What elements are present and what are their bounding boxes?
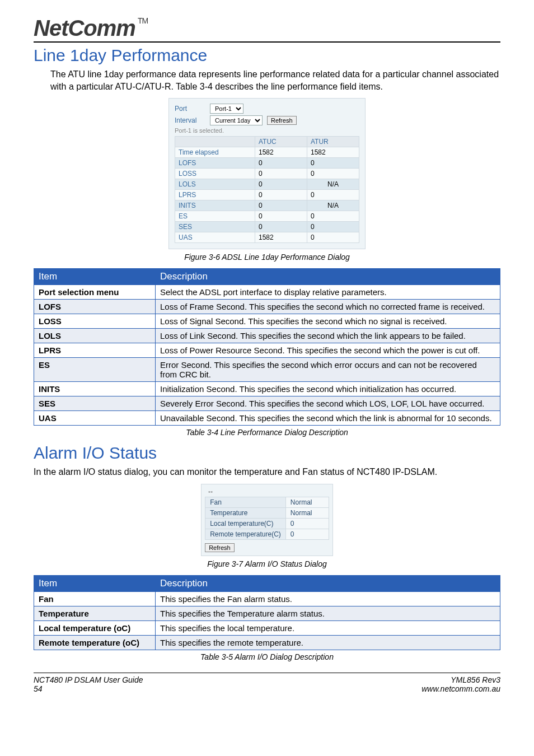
caption-figure-3-6: Figure 3-6 ADSL Line 1day Performance Di… (34, 253, 500, 262)
table1-desc: Severely Error Second. This specifies th… (156, 396, 500, 411)
alarm-row-name: Local temperature(C) (205, 518, 286, 529)
perf-row-atur: N/A (307, 200, 359, 211)
table1-item: ES (34, 358, 156, 382)
table2-desc: This specifies the local temperature. (156, 620, 500, 635)
brand-header: NetCommTM (34, 17, 500, 43)
perf-row-atur: 1582 (307, 147, 359, 158)
alarm-row-value: 0 (285, 518, 329, 529)
perf-row-name: LOFS (175, 158, 255, 169)
perf-row-name: LOLS (175, 179, 255, 190)
table-row: Local temperature (oC)This specifies the… (34, 620, 500, 635)
alarm-row: TemperatureNormal (205, 507, 329, 518)
alarm-row: FanNormal (205, 497, 329, 507)
caption-table-3-5: Table 3-5 Alarm I/O Dialog Description (34, 652, 500, 661)
section1-body: The ATU line 1day performance data repre… (50, 68, 500, 92)
perf-interval-select[interactable]: Current 1day (210, 115, 263, 125)
perf-row-name: INITS (175, 200, 255, 211)
perf-port-select[interactable]: Port-1 (210, 104, 243, 114)
perf-dialog: Port Port-1 Interval Current 1day Refres… (168, 98, 366, 249)
perf-row-name: LOSS (175, 169, 255, 179)
table-3-5: Item Description FanThis specifies the F… (34, 575, 500, 650)
table1-item: LOFS (34, 300, 156, 314)
perf-row-atuc: 1582 (255, 232, 307, 243)
perf-col-atur: ATUR (307, 137, 359, 147)
table1-item: UAS (34, 411, 156, 426)
footer-url: www.netcomm.com.au (421, 684, 500, 693)
brand-text: NetComm (34, 16, 135, 40)
table1-item: SES (34, 396, 156, 411)
table1-header-item: Item (34, 269, 156, 285)
table2-item: Temperature (34, 606, 156, 620)
alarm-resize-icon: ↔ (205, 488, 329, 496)
alarm-row-value: Normal (285, 497, 329, 507)
table-row: LOFSLoss of Frame Second. This specifies… (34, 300, 500, 314)
table-row: UASUnavailable Second. This specifies th… (34, 411, 500, 426)
table-row: Remote temperature (oC)This specifies th… (34, 635, 500, 650)
perf-row-atur: 0 (307, 211, 359, 222)
table1-item: LOLS (34, 329, 156, 343)
brand-logo: NetCommTM (34, 17, 148, 39)
table1-desc: Loss of Link Second. This specifies the … (156, 329, 500, 343)
table1-desc: Select the ADSL port interface to displa… (156, 285, 500, 300)
table2-item: Local temperature (oC) (34, 620, 156, 635)
alarm-refresh-button[interactable]: Refresh (205, 543, 235, 552)
section-title-alarm-io: Alarm I/O Status (34, 444, 500, 463)
perf-row-atuc: 0 (255, 222, 307, 232)
perf-row-atuc: 1582 (255, 147, 307, 158)
alarm-dialog: ↔ FanNormalTemperatureNormalLocal temper… (201, 484, 333, 556)
table1-desc: Initialization Second. This specifies th… (156, 382, 500, 396)
table2-item: Remote temperature (oC) (34, 635, 156, 650)
table1-desc: Loss of Signal Second. This specifies th… (156, 314, 500, 329)
perf-row: ES00 (175, 211, 359, 222)
perf-port-label: Port (175, 105, 205, 113)
perf-row-atuc: 0 (255, 169, 307, 179)
table-row: FanThis specifies the Fan alarm status. (34, 591, 500, 606)
section-title-line-1day: Line 1day Performance (34, 46, 500, 65)
footer-revision: YML856 Rev3 (421, 675, 500, 684)
perf-row: LOSS00 (175, 169, 359, 179)
perf-row-atur: 0 (307, 190, 359, 200)
perf-row: Time elapsed15821582 (175, 147, 359, 158)
caption-table-3-4: Table 3-4 Line Performance Dialog Descri… (34, 428, 500, 437)
table-row: INITSInitialization Second. This specifi… (34, 382, 500, 396)
table-row: LPRSLoss of Power Resource Second. This … (34, 343, 500, 358)
table1-desc: Loss of Frame Second. This specifies the… (156, 300, 500, 314)
alarm-row-value: Normal (285, 507, 329, 518)
figure-alarm-dialog: ↔ FanNormalTemperatureNormalLocal temper… (34, 484, 500, 556)
perf-refresh-button[interactable]: Refresh (267, 116, 297, 125)
perf-row-atur: 0 (307, 222, 359, 232)
perf-row-atuc: 0 (255, 179, 307, 190)
perf-row: SES00 (175, 222, 359, 232)
perf-grid: ATUC ATUR Time elapsed15821582LOFS00LOSS… (175, 136, 359, 243)
perf-row-atur: 0 (307, 169, 359, 179)
table1-item: LOSS (34, 314, 156, 329)
table2-desc: This specifies the Fan alarm status. (156, 591, 500, 606)
alarm-row: Local temperature(C)0 (205, 518, 329, 529)
footer-doc-title: NCT480 IP DSLAM User Guide (34, 675, 143, 684)
table-row: ESError Second. This specifies the secon… (34, 358, 500, 382)
perf-row-name: Time elapsed (175, 147, 255, 158)
table1-desc: Loss of Power Resource Second. This spec… (156, 343, 500, 358)
alarm-grid: FanNormalTemperatureNormalLocal temperat… (205, 497, 329, 540)
perf-row: LOFS00 (175, 158, 359, 169)
alarm-row-name: Fan (205, 497, 286, 507)
perf-row-atuc: 0 (255, 190, 307, 200)
table1-desc: Unavailable Second. This specifies the s… (156, 411, 500, 426)
perf-row-atur: 0 (307, 232, 359, 243)
perf-row: LPRS00 (175, 190, 359, 200)
perf-row-atuc: 0 (255, 158, 307, 169)
table2-desc: This specifies the remote temperature. (156, 635, 500, 650)
table-row: TemperatureThis specifies the Temperatur… (34, 606, 500, 620)
section2-body: In the alarm I/O status dialog, you can … (34, 466, 500, 478)
table1-item: Port selection menu (34, 285, 156, 300)
perf-row-name: SES (175, 222, 255, 232)
page-footer: NCT480 IP DSLAM User Guide 54 YML856 Rev… (34, 673, 500, 693)
perf-row-atur: 0 (307, 158, 359, 169)
alarm-row: Remote temperature(C)0 (205, 529, 329, 539)
perf-row-atuc: 0 (255, 200, 307, 211)
perf-row-atur: N/A (307, 179, 359, 190)
perf-row-name: UAS (175, 232, 255, 243)
perf-selected-note: Port-1 is selected. (175, 127, 359, 134)
table-row: LOLSLoss of Link Second. This specifies … (34, 329, 500, 343)
trademark: TM (138, 16, 148, 25)
